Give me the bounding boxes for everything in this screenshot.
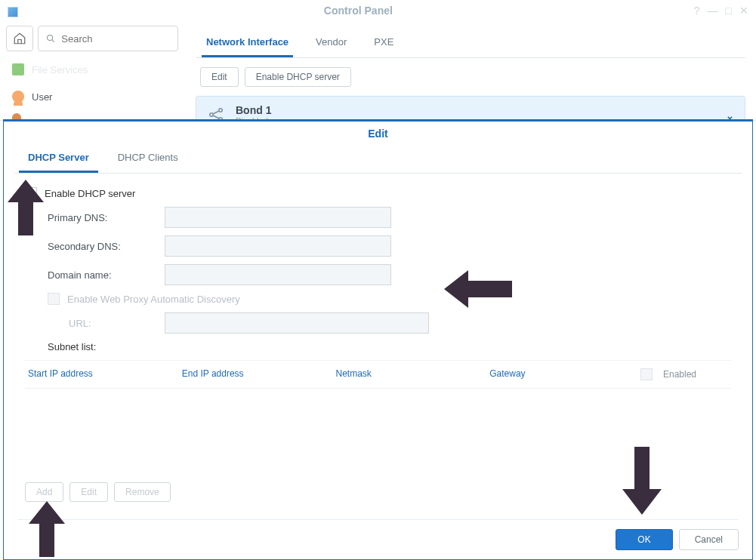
cancel-button[interactable]: Cancel	[679, 529, 739, 550]
svg-point-0	[48, 35, 53, 40]
annotation-arrow	[444, 266, 512, 312]
folder-icon	[12, 63, 24, 75]
tab-dhcp-server[interactable]: DHCP Server	[19, 146, 98, 173]
search-icon	[46, 33, 55, 44]
interface-name: Bond 1	[236, 104, 271, 116]
url-label: URL:	[69, 318, 165, 329]
svg-point-1	[210, 113, 213, 116]
window-controls: ? — □ ✕	[694, 5, 748, 17]
tab-vendor[interactable]: Vendor	[311, 30, 351, 57]
tab-network-interface[interactable]: Network Interface	[202, 30, 293, 57]
sidebar: File Services User	[0, 21, 185, 120]
domain-name-input[interactable]	[165, 264, 391, 285]
edit-button[interactable]: Edit	[200, 67, 239, 87]
search-box[interactable]	[38, 26, 178, 51]
svg-point-2	[219, 109, 222, 112]
subnet-list-label: Subnet list:	[48, 341, 96, 352]
modal-title: Edit	[4, 122, 752, 144]
enable-dhcp-label: Enable DHCP server	[45, 188, 135, 199]
enable-dhcp-button[interactable]: Enable DHCP server	[245, 67, 351, 87]
enable-wpad-checkbox[interactable]	[48, 293, 60, 305]
ok-button[interactable]: OK	[616, 529, 672, 550]
secondary-dns-label: Secondary DNS:	[48, 241, 165, 252]
subnet-actions: Add Edit Remove	[25, 482, 171, 502]
add-button[interactable]: Add	[25, 482, 63, 502]
sidebar-item-label: User	[32, 91, 52, 103]
primary-dns-input[interactable]	[165, 207, 391, 228]
window-titlebar: Control Panel ? — □ ✕	[0, 0, 756, 21]
enable-wpad-label: Enable Web Proxy Automatic Discovery	[67, 294, 240, 305]
sidebar-item-file-services[interactable]: File Services	[6, 56, 178, 83]
minimize-icon[interactable]: —	[708, 5, 718, 17]
toolbar: Edit Enable DHCP server	[196, 58, 745, 96]
main-tabs: Network Interface Vendor PXE	[196, 27, 745, 58]
app-icon	[8, 7, 18, 17]
modal-body: Enable DHCP server Primary DNS: Secondar…	[4, 174, 752, 398]
group-icon	[12, 113, 21, 119]
col-end-ip[interactable]: End IP address	[179, 368, 333, 380]
sidebar-item-label: File Services	[32, 64, 88, 75]
help-icon[interactable]: ?	[694, 5, 700, 17]
subnet-table-header: Start IP address End IP address Netmask …	[25, 360, 731, 389]
window-title: Control Panel	[23, 5, 694, 17]
main-pane: Network Interface Vendor PXE Edit Enable…	[185, 21, 756, 120]
home-icon	[13, 32, 26, 45]
user-icon	[12, 91, 24, 103]
home-button[interactable]	[6, 26, 33, 51]
primary-dns-label: Primary DNS:	[48, 212, 165, 223]
annotation-arrow	[621, 447, 663, 515]
search-input[interactable]	[61, 33, 170, 45]
maximize-icon[interactable]: □	[726, 5, 732, 17]
col-gateway[interactable]: Gateway	[486, 368, 640, 380]
modal-footer: OK Cancel	[17, 519, 739, 550]
url-input[interactable]	[165, 312, 429, 334]
annotation-arrow	[27, 501, 66, 557]
domain-name-label: Domain name:	[48, 269, 165, 281]
tab-pxe[interactable]: PXE	[369, 30, 398, 57]
control-panel-window: Control Panel ? — □ ✕ File Services	[0, 0, 756, 121]
col-enabled: Enabled	[663, 369, 696, 380]
sidebar-item-user[interactable]: User	[6, 83, 178, 110]
col-netmask[interactable]: Netmask	[333, 368, 487, 380]
annotation-arrow	[6, 180, 45, 235]
col-enabled-checkbox[interactable]	[640, 368, 653, 380]
tab-dhcp-clients[interactable]: DHCP Clients	[109, 146, 187, 173]
remove-button[interactable]: Remove	[114, 482, 171, 502]
close-icon[interactable]: ✕	[739, 5, 748, 17]
modal-tabs: DHCP Server DHCP Clients	[14, 146, 742, 174]
col-start-ip[interactable]: Start IP address	[25, 368, 179, 380]
secondary-dns-input[interactable]	[165, 235, 391, 257]
edit-subnet-button[interactable]: Edit	[69, 482, 108, 502]
